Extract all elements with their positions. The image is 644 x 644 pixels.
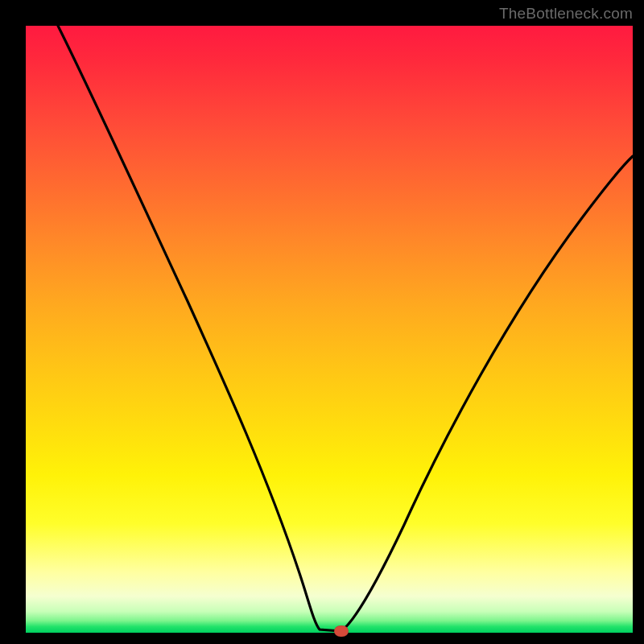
curve-path: [58, 26, 633, 631]
plot-area: [26, 26, 633, 633]
chart-frame: TheBottleneck.com: [0, 0, 644, 644]
watermark-text: TheBottleneck.com: [499, 5, 633, 23]
optimal-point-marker: [334, 625, 349, 637]
bottleneck-curve: [26, 26, 633, 633]
